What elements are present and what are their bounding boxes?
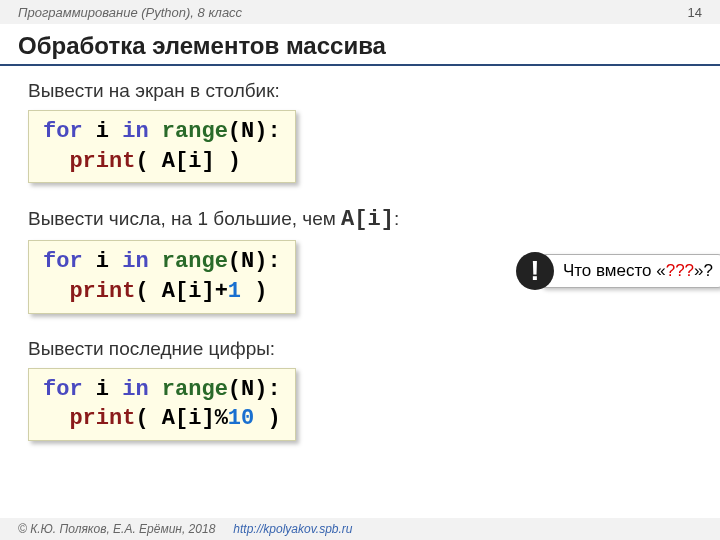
page-title: Обработка элементов массива — [0, 24, 720, 66]
kw-range: range — [162, 119, 228, 144]
page-number: 14 — [688, 5, 702, 20]
literal-10: 10 — [228, 406, 254, 431]
footer-bar: © К.Ю. Поляков, Е.А. Ерёмин, 2018 http:/… — [0, 518, 720, 540]
content-area: Вывести на экран в столбик: for i in ran… — [0, 80, 720, 455]
code-block-3: for i in range(N): print( A[i]%10 ) — [28, 368, 296, 441]
course-label: Программирование (Python), 8 класс — [18, 5, 242, 20]
callout-text: Что вместо «???»? — [540, 254, 720, 288]
copyright: © К.Ю. Поляков, Е.А. Ерёмин, 2018 — [18, 522, 215, 536]
placeholder-marks: ??? — [666, 261, 694, 280]
header-bar: Программирование (Python), 8 класс 14 — [0, 0, 720, 24]
code-block-1: for i in range(N): print( A[i] ) — [28, 110, 296, 183]
footer-url: http://kpolyakov.spb.ru — [233, 522, 352, 536]
literal-1: 1 — [228, 279, 241, 304]
section-2-heading: Вывести числа, на 1 большие, чем A[i]: — [28, 207, 692, 232]
kw-in: in — [122, 119, 148, 144]
code-block-2: for i in range(N): print( A[i]+1 ) — [28, 240, 296, 313]
kw-for: for — [43, 119, 83, 144]
section-3-heading: Вывести последние цифры: — [28, 338, 692, 360]
section-1-heading: Вывести на экран в столбик: — [28, 80, 692, 102]
kw-print: print — [69, 149, 135, 174]
callout: ! Что вместо «???»? — [516, 252, 720, 290]
inline-code: A[i] — [341, 207, 394, 232]
exclamation-icon: ! — [516, 252, 554, 290]
